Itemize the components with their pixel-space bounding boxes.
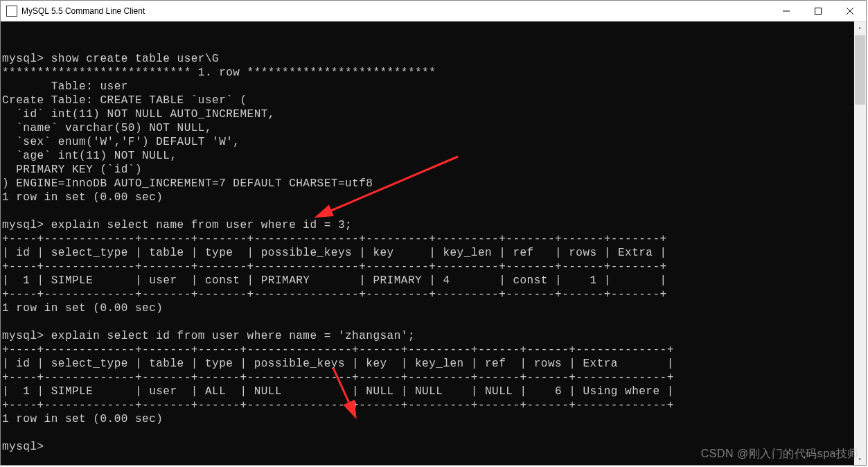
svg-rect-1 [815,8,822,14]
minimize-button[interactable] [770,1,802,21]
titlebar-left: MySQL 5.5 Command Line Client [1,6,145,17]
maximize-icon [815,8,822,15]
terminal-area[interactable]: mysql> show create table user\G ********… [1,21,866,465]
window-controls [770,1,866,21]
window-title: MySQL 5.5 Command Line Client [21,6,145,16]
scrollbar-thumb[interactable] [855,35,865,105]
close-icon [847,8,853,15]
terminal-output: mysql> show create table user\G ********… [2,52,865,454]
titlebar[interactable]: MySQL 5.5 Command Line Client [1,1,866,21]
minimize-icon [783,8,790,15]
watermark-text: CSDN @刚入门的代码spa技师 [701,447,859,461]
maximize-button[interactable] [802,1,834,21]
scrollbar[interactable]: ▴ ▾ [854,21,866,465]
close-button[interactable] [834,1,866,21]
scroll-up-icon[interactable]: ▴ [854,21,866,33]
app-icon [6,6,17,17]
app-window: MySQL 5.5 Command Line Client mysql> sho… [0,0,867,466]
